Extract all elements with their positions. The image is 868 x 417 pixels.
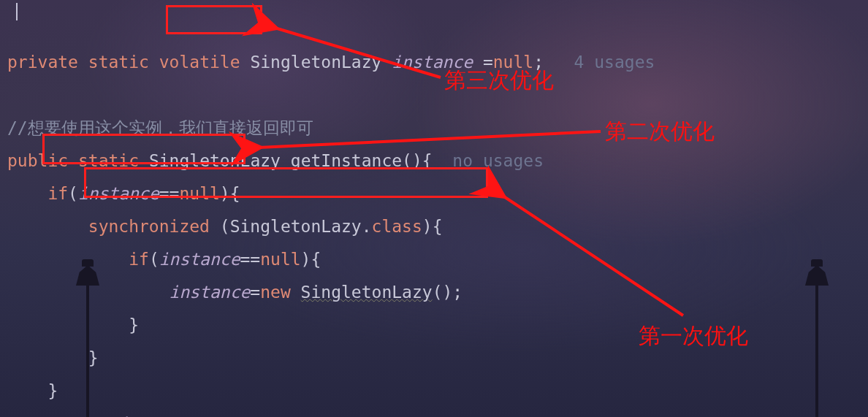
- code-line-3: public static SingletonLazy getInstance(…: [7, 151, 544, 170]
- code-line-6: if(instance==null){: [7, 250, 321, 269]
- code-line-11: return instance;: [7, 414, 210, 417]
- code-line-8: }: [7, 315, 139, 334]
- method-name: getInstance: [291, 151, 402, 170]
- code-editor[interactable]: private static volatile SingletonLazy in…: [0, 0, 868, 417]
- code-comment: //想要使用这个实例，我们直接返回即可: [7, 118, 313, 137]
- keyword-private: private: [7, 53, 78, 72]
- code-line-9: }: [7, 348, 99, 367]
- code-line-1: private static volatile SingletonLazy in…: [7, 53, 655, 72]
- keyword-volatile: volatile: [159, 53, 240, 72]
- code-line-4: if(instance==null){: [7, 184, 240, 203]
- text-cursor: [16, 3, 18, 20]
- code-line-5: synchronized (SingletonLazy.class){: [7, 217, 442, 236]
- code-line-10: }: [7, 381, 58, 400]
- field-name: instance: [392, 53, 473, 72]
- keyword-static: static: [88, 53, 149, 72]
- type-name: SingletonLazy: [250, 53, 381, 72]
- usage-hint[interactable]: 4 usages: [574, 53, 655, 72]
- code-line-7: instance=new SingletonLazy();: [7, 283, 462, 302]
- usage-hint[interactable]: no usages: [452, 151, 544, 170]
